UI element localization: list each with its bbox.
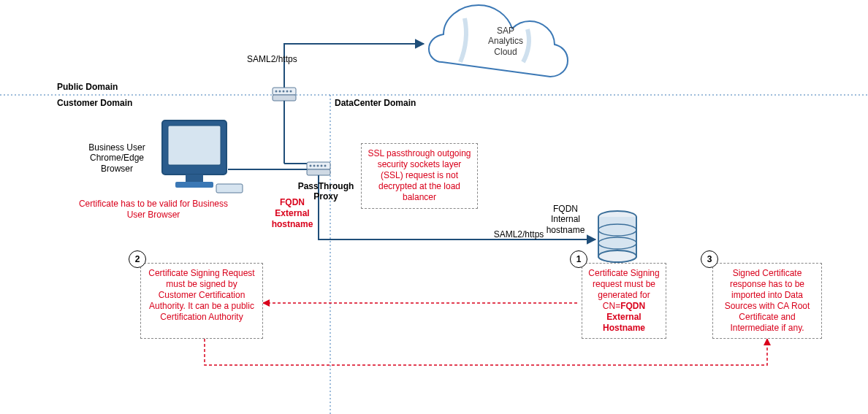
svg-point-16 — [317, 165, 319, 167]
svg-point-18 — [324, 165, 327, 167]
svg-rect-22 — [175, 182, 213, 188]
datacenter-domain-label: DataCenter Domain — [335, 98, 416, 108]
svg-point-6 — [283, 91, 285, 93]
svg-rect-21 — [186, 175, 203, 182]
customer-domain-label: Customer Domain — [57, 98, 132, 108]
svg-point-27 — [598, 250, 636, 262]
ssl-note-box: SSL passthrough outgoing security socket… — [361, 143, 478, 209]
step-2-badge: 2 — [129, 250, 146, 268]
cloud-label: SAP Analytics Cloud — [476, 26, 535, 57]
svg-point-5 — [279, 91, 281, 93]
step-2-box: Certificate Signing Request must be sign… — [140, 263, 263, 339]
monitor-icon — [162, 120, 243, 193]
browser-cert-note: Certificate has to be valid for Business… — [73, 199, 234, 221]
step-1-badge: 1 — [570, 250, 587, 268]
step-3-badge: 3 — [701, 250, 718, 268]
public-domain-label: Public Domain — [57, 82, 118, 92]
svg-rect-3 — [273, 95, 296, 101]
proxy-router-icon — [307, 162, 330, 175]
svg-rect-13 — [307, 169, 330, 175]
proxy-fqdn-label: FQDN External hostname — [263, 197, 321, 230]
step-1-box: Certificate Signing request must be gene… — [582, 263, 666, 339]
svg-rect-20 — [168, 126, 221, 165]
db-label: FQDN Internal hostname — [536, 204, 595, 235]
browser-label: Business User Chrome/Edge Browser — [73, 142, 161, 174]
step-3-box: Signed Certificate response has to be im… — [712, 263, 822, 339]
svg-rect-23 — [216, 184, 243, 193]
svg-point-7 — [286, 91, 289, 93]
svg-point-4 — [275, 91, 278, 93]
database-icon — [598, 211, 636, 262]
svg-point-8 — [290, 91, 292, 93]
svg-point-15 — [313, 165, 316, 167]
svg-point-14 — [310, 165, 312, 167]
gateway-router-icon — [273, 88, 296, 101]
svg-point-17 — [321, 165, 323, 167]
saml-top-label: SAML2/https — [247, 54, 320, 64]
